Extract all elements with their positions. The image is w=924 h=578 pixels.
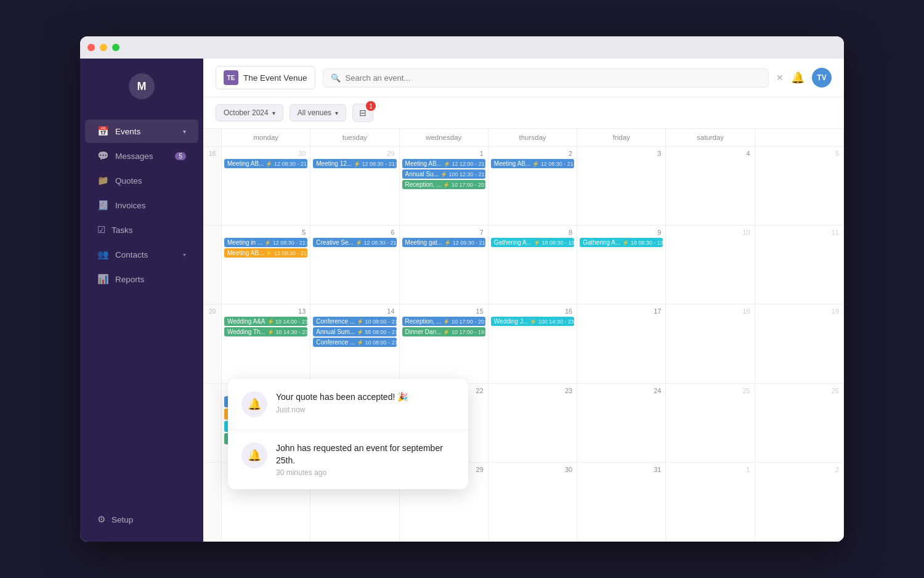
- calendar-day[interactable]: 19: [755, 304, 844, 383]
- event-chip[interactable]: Meeting in ...⚡ 12 08:30 - 21:00: [224, 238, 307, 247]
- event-meta: ⚡ 100 12:30 - 21:00: [440, 171, 485, 177]
- week-number: 20: [203, 304, 222, 383]
- day-number: 10: [668, 228, 752, 237]
- event-chip[interactable]: Meeting AB...⚡ 12 08:30 - 21:00: [224, 159, 307, 168]
- event-chip[interactable]: Annual Sum...⚡ 55 08:00 - 21:00: [313, 327, 396, 336]
- sidebar-item-messages[interactable]: 💬 Messages 5: [85, 144, 198, 168]
- calendar-day[interactable]: 30Meeting AB...⚡ 12 08:30 - 21:00: [222, 147, 310, 225]
- filter-button[interactable]: ⊟ 1: [352, 104, 373, 122]
- calendar-day[interactable]: 1: [666, 463, 755, 541]
- user-avatar[interactable]: TV: [812, 68, 832, 88]
- event-chip[interactable]: Meeting AB...⚡ 12 08:30 - 21:00: [224, 248, 307, 258]
- sidebar: M 📅 Events ▾ 💬 Messages 5 📁 Quotes 🧾 Inv…: [80, 59, 203, 542]
- event-chip[interactable]: Gathering A...⚡ 18 08:30 - 13:30: [491, 238, 574, 247]
- calendar-day[interactable]: 5Meeting in ...⚡ 12 08:30 - 21:00Meeting…: [222, 226, 310, 304]
- calendar-day[interactable]: 8Gathering A...⚡ 18 08:30 - 13:30: [488, 226, 577, 304]
- calendar-day[interactable]: 25: [666, 384, 755, 462]
- notification-title-2: John has requested an event for septembe…: [276, 442, 455, 466]
- filter-count-badge: 1: [366, 101, 376, 111]
- event-title: Wedding Th...: [227, 328, 265, 335]
- calendar-day[interactable]: 29Meeting 12...⚡ 12 08:30 - 21:00: [310, 147, 399, 225]
- calendar-day[interactable]: 16Wedding J...⚡ 100 14:30 - 23:15: [488, 304, 577, 383]
- event-chip[interactable]: Creative Se...⚡ 12 08:30 - 21:00: [313, 238, 396, 247]
- sidebar-item-contacts[interactable]: 👥 Contacts ▾: [85, 243, 198, 266]
- notification-content-2: John has requested an event for septembe…: [276, 442, 455, 477]
- venue-selector[interactable]: TE The Event Venue: [216, 66, 315, 89]
- calendar-day[interactable]: 2: [755, 463, 844, 541]
- calendar-day[interactable]: 23: [488, 384, 577, 462]
- event-chip[interactable]: Reception, ...⚡ 10 17:00 - 20:30: [402, 317, 485, 326]
- calendar-day[interactable]: 26: [755, 384, 844, 462]
- event-chip[interactable]: Meeting gat...⚡ 12 09:30 - 21:00: [402, 238, 485, 247]
- event-chip[interactable]: Dinner Dan...⚡ 10 17:00 - 19:30: [402, 327, 485, 336]
- event-meta: ⚡ 10 14:00 - 23:15: [267, 319, 308, 325]
- date-range-dropdown[interactable]: October 2024 ▾: [216, 104, 283, 121]
- calendar-day[interactable]: 17: [577, 304, 666, 383]
- sidebar-item-events[interactable]: 📅 Events ▾: [85, 120, 198, 143]
- calendar-day[interactable]: 4: [666, 147, 755, 225]
- venue-name: The Event Venue: [243, 73, 307, 83]
- calendar-day[interactable]: 2Meeting AB...⚡ 12 08:30 - 21:00: [488, 147, 577, 225]
- event-chip[interactable]: Wedding A&A⚡ 10 14:00 - 23:15: [224, 317, 307, 326]
- notification-item-2[interactable]: 🔔 John has requested an event for septem…: [228, 429, 468, 489]
- event-chip[interactable]: Meeting AB...⚡ 12 08:30 - 21:00: [491, 159, 574, 168]
- calendar-day[interactable]: 3: [577, 147, 666, 225]
- calendar-day[interactable]: 9Gathering A...⚡ 18 08:30 - 13:30: [577, 226, 666, 304]
- event-title: Meeting AB...: [494, 160, 530, 167]
- sidebar-item-tasks[interactable]: ☑ Tasks: [85, 218, 198, 242]
- calendar-day[interactable]: 10: [666, 226, 755, 304]
- day-number: 30: [491, 465, 574, 474]
- event-chip[interactable]: Conference ...⚡ 10 08:00 - 21:00: [313, 338, 396, 347]
- event-meta: ⚡ 12 08:30 - 21:00: [265, 161, 307, 167]
- event-meta: ⚡ 12 09:30 - 21:00: [444, 240, 485, 246]
- day-number: 2: [758, 465, 841, 474]
- minimize-dot[interactable]: [100, 44, 107, 51]
- week-number: [203, 384, 222, 462]
- event-title: Meeting 12...: [316, 160, 352, 167]
- event-chip[interactable]: Meeting 12...⚡ 12 08:30 - 21:00: [313, 159, 396, 168]
- messages-icon: 💬: [97, 150, 109, 161]
- event-chip[interactable]: Reception, ...⚡ 10 17:00 - 20:30: [402, 180, 485, 189]
- calendar-day[interactable]: 1Meeting AB...⚡ 12 12:00 - 21:00Annual S…: [400, 147, 488, 225]
- calendar-day[interactable]: 13Wedding A&A⚡ 10 14:00 - 23:15Wedding T…: [222, 304, 310, 383]
- sidebar-item-quotes[interactable]: 📁 Quotes: [85, 169, 198, 192]
- calendar-day[interactable]: 6Creative Se...⚡ 12 08:30 - 21:00: [310, 226, 399, 304]
- search-icon: 🔍: [331, 73, 341, 83]
- day-number: 9: [580, 228, 663, 237]
- cal-week-2: 2013Wedding A&A⚡ 10 14:00 - 23:15Wedding…: [203, 304, 844, 383]
- event-title: Meeting in ...: [227, 239, 262, 246]
- close-icon[interactable]: ✕: [776, 73, 784, 83]
- event-chip[interactable]: Conference ...⚡ 10 08:00 - 21:00: [313, 317, 396, 326]
- calendar-day[interactable]: 18: [666, 304, 755, 383]
- calendar-day[interactable]: 11: [755, 226, 844, 304]
- event-meta: ⚡ 12 08:30 - 21:00: [355, 240, 397, 246]
- calendar-day[interactable]: 5: [755, 147, 844, 225]
- event-chip[interactable]: Gathering A...⚡ 18 08:30 - 13:30: [580, 238, 663, 247]
- day-number: 18: [668, 307, 752, 315]
- calendar-day[interactable]: 15Reception, ...⚡ 10 17:00 - 20:30Dinner…: [400, 304, 488, 383]
- calendar-day[interactable]: 30: [488, 463, 577, 541]
- sidebar-item-invoices[interactable]: 🧾 Invoices: [85, 193, 198, 217]
- sidebar-item-reports[interactable]: 📊 Reports: [85, 267, 198, 291]
- calendar-day[interactable]: 24: [577, 384, 666, 462]
- fullscreen-dot[interactable]: [112, 44, 120, 51]
- calendar-day[interactable]: 14Conference ...⚡ 10 08:00 - 21:00Annual…: [310, 304, 399, 383]
- event-chip[interactable]: Meeting AB...⚡ 12 12:00 - 21:00: [402, 159, 485, 168]
- col-wednesday: wednesday: [400, 129, 488, 146]
- event-meta: ⚡ 10 17:00 - 20:30: [443, 182, 485, 188]
- calendar-day[interactable]: 7Meeting gat...⚡ 12 09:30 - 21:00: [400, 226, 488, 304]
- notification-item-1[interactable]: 🔔 Your quote has been accepted! 🎉 Just n…: [228, 379, 468, 429]
- event-chip[interactable]: Wedding Th...⚡ 10 14:30 - 23:15: [224, 327, 307, 336]
- day-number: 14: [313, 307, 396, 315]
- sidebar-item-label: Tasks: [111, 226, 186, 235]
- day-number: 11: [758, 228, 841, 237]
- search-input[interactable]: [346, 73, 761, 83]
- venue-filter-dropdown[interactable]: All venues ▾: [290, 104, 346, 121]
- notification-icon[interactable]: 🔔: [791, 71, 804, 84]
- close-dot[interactable]: [87, 44, 95, 51]
- calendar-day[interactable]: 31: [577, 463, 666, 541]
- event-chip[interactable]: Annual Su...⚡ 100 12:30 - 21:00: [402, 169, 485, 179]
- contacts-icon: 👥: [97, 249, 109, 260]
- event-chip[interactable]: Wedding J...⚡ 100 14:30 - 23:15: [491, 317, 574, 326]
- sidebar-item-setup[interactable]: ⚙ Setup: [85, 508, 198, 531]
